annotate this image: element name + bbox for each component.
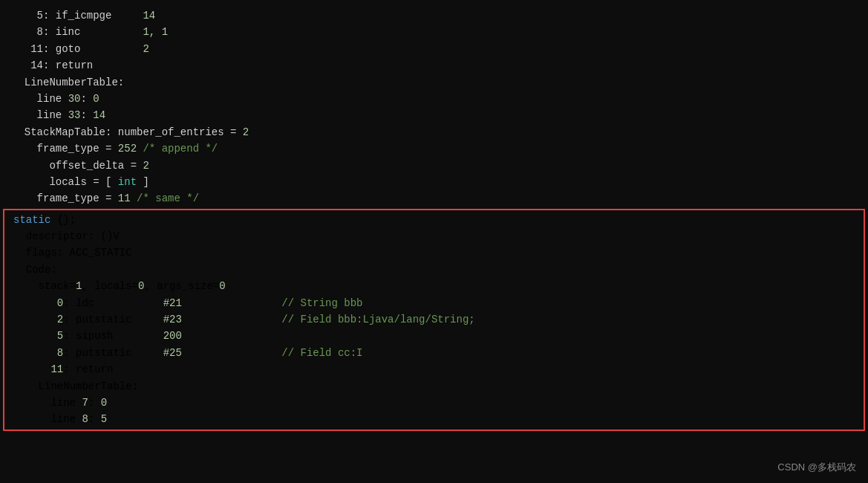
highlighted-code-block: static {}; descriptor: ()V flags: ACC_ST… (3, 209, 865, 431)
watermark: CSDN @多栈码农 (777, 461, 856, 474)
code-container: 5: if_icmpge 14 8: iinc 1, 1 11: goto 2 … (0, 0, 868, 483)
code-before: 5: if_icmpge 14 8: iinc 1, 1 11: goto 2 … (0, 6, 868, 209)
